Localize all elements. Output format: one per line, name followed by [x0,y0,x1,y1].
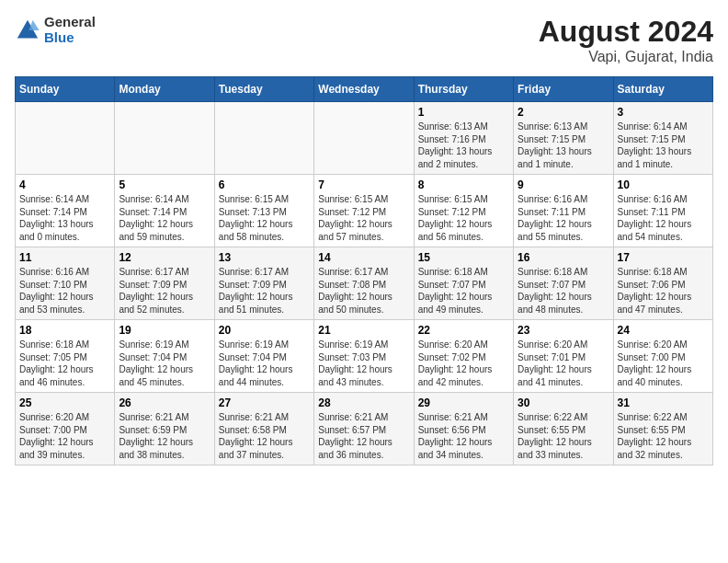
title-block: August 2024 Vapi, Gujarat, India [539,15,713,65]
header-monday: Monday [115,77,214,102]
calendar-cell: 8Sunrise: 6:15 AM Sunset: 7:12 PM Daylig… [414,175,513,247]
day-number: 12 [119,251,210,264]
calendar-cell: 15Sunrise: 6:18 AM Sunset: 7:07 PM Dayli… [414,247,513,320]
calendar-cell: 7Sunrise: 6:15 AM Sunset: 7:12 PM Daylig… [314,175,414,247]
header-sunday: Sunday [16,77,115,102]
day-content: Sunrise: 6:14 AM Sunset: 7:14 PM Dayligh… [119,193,210,243]
calendar-cell: 23Sunrise: 6:20 AM Sunset: 7:01 PM Dayli… [514,320,613,393]
day-content: Sunrise: 6:20 AM Sunset: 7:00 PM Dayligh… [618,339,709,388]
day-number: 30 [518,396,609,409]
day-content: Sunrise: 6:20 AM Sunset: 7:00 PM Dayligh… [19,411,110,461]
calendar-cell: 26Sunrise: 6:21 AM Sunset: 6:59 PM Dayli… [115,393,214,465]
day-content: Sunrise: 6:21 AM Sunset: 6:59 PM Dayligh… [119,411,210,461]
day-number: 1 [418,106,509,119]
day-content: Sunrise: 6:14 AM Sunset: 7:14 PM Dayligh… [19,193,110,243]
day-number: 28 [318,396,409,409]
calendar-cell: 19Sunrise: 6:19 AM Sunset: 7:04 PM Dayli… [115,320,214,393]
day-content: Sunrise: 6:15 AM Sunset: 7:13 PM Dayligh… [219,193,310,243]
day-number: 8 [418,178,509,191]
day-content: Sunrise: 6:14 AM Sunset: 7:15 PM Dayligh… [618,121,709,170]
day-number: 21 [318,324,409,337]
day-number: 3 [618,106,709,119]
day-number: 11 [19,251,110,264]
logo-blue: Blue [44,30,96,46]
calendar-cell: 2Sunrise: 6:13 AM Sunset: 7:15 PM Daylig… [514,102,613,175]
calendar-cell: 13Sunrise: 6:17 AM Sunset: 7:09 PM Dayli… [214,247,313,320]
calendar-cell: 20Sunrise: 6:19 AM Sunset: 7:04 PM Dayli… [214,320,313,393]
calendar-cell: 6Sunrise: 6:15 AM Sunset: 7:13 PM Daylig… [214,175,313,247]
day-number: 23 [518,324,609,337]
day-number: 16 [518,251,609,264]
page-subtitle: Vapi, Gujarat, India [539,49,713,65]
calendar-week-2: 11Sunrise: 6:16 AM Sunset: 7:10 PM Dayli… [16,247,713,320]
day-number: 4 [19,178,110,191]
calendar-cell: 16Sunrise: 6:18 AM Sunset: 7:07 PM Dayli… [514,247,613,320]
day-content: Sunrise: 6:17 AM Sunset: 7:09 PM Dayligh… [119,266,210,316]
calendar-cell: 14Sunrise: 6:17 AM Sunset: 7:08 PM Dayli… [314,247,414,320]
calendar-cell: 1Sunrise: 6:13 AM Sunset: 7:16 PM Daylig… [414,102,513,175]
calendar-cell: 9Sunrise: 6:16 AM Sunset: 7:11 PM Daylig… [514,175,613,247]
logo-text: General Blue [44,15,96,45]
calendar-cell: 11Sunrise: 6:16 AM Sunset: 7:10 PM Dayli… [16,247,115,320]
day-content: Sunrise: 6:21 AM Sunset: 6:58 PM Dayligh… [219,411,310,461]
day-number: 10 [618,178,709,191]
calendar-cell: 18Sunrise: 6:18 AM Sunset: 7:05 PM Dayli… [16,320,115,393]
day-content: Sunrise: 6:18 AM Sunset: 7:06 PM Dayligh… [618,266,709,316]
day-content: Sunrise: 6:17 AM Sunset: 7:08 PM Dayligh… [318,266,409,316]
day-content: Sunrise: 6:18 AM Sunset: 7:07 PM Dayligh… [418,266,509,316]
day-content: Sunrise: 6:15 AM Sunset: 7:12 PM Dayligh… [418,193,509,243]
day-number: 14 [318,251,409,264]
day-number: 17 [618,251,709,264]
header-tuesday: Tuesday [214,77,313,102]
calendar-table: SundayMondayTuesdayWednesdayThursdayFrid… [15,76,713,465]
day-number: 24 [618,324,709,337]
day-content: Sunrise: 6:16 AM Sunset: 7:11 PM Dayligh… [518,193,609,243]
day-number: 26 [119,396,210,409]
calendar-cell: 28Sunrise: 6:21 AM Sunset: 6:57 PM Dayli… [314,393,414,465]
header-wednesday: Wednesday [314,77,414,102]
day-content: Sunrise: 6:21 AM Sunset: 6:57 PM Dayligh… [318,411,409,461]
day-content: Sunrise: 6:18 AM Sunset: 7:07 PM Dayligh… [518,266,609,316]
calendar-cell: 17Sunrise: 6:18 AM Sunset: 7:06 PM Dayli… [613,247,712,320]
day-number: 5 [119,178,210,191]
day-content: Sunrise: 6:16 AM Sunset: 7:10 PM Dayligh… [19,266,110,316]
logo: General Blue [15,15,96,45]
header-thursday: Thursday [414,77,513,102]
calendar-cell [214,102,313,175]
day-number: 18 [19,324,110,337]
calendar-week-0: 1Sunrise: 6:13 AM Sunset: 7:16 PM Daylig… [16,102,713,175]
calendar-cell: 29Sunrise: 6:21 AM Sunset: 6:56 PM Dayli… [414,393,513,465]
day-content: Sunrise: 6:19 AM Sunset: 7:04 PM Dayligh… [219,339,310,388]
day-content: Sunrise: 6:19 AM Sunset: 7:04 PM Dayligh… [119,339,210,388]
calendar-cell: 5Sunrise: 6:14 AM Sunset: 7:14 PM Daylig… [115,175,214,247]
calendar-cell: 27Sunrise: 6:21 AM Sunset: 6:58 PM Dayli… [214,393,313,465]
calendar-week-3: 18Sunrise: 6:18 AM Sunset: 7:05 PM Dayli… [16,320,713,393]
header-friday: Friday [514,77,613,102]
calendar-cell: 4Sunrise: 6:14 AM Sunset: 7:14 PM Daylig… [16,175,115,247]
calendar-cell [16,102,115,175]
day-number: 13 [219,251,310,264]
day-number: 31 [618,396,709,409]
calendar-cell: 3Sunrise: 6:14 AM Sunset: 7:15 PM Daylig… [613,102,712,175]
day-number: 22 [418,324,509,337]
day-content: Sunrise: 6:20 AM Sunset: 7:02 PM Dayligh… [418,339,509,388]
day-number: 2 [518,106,609,119]
day-number: 15 [418,251,509,264]
day-number: 20 [219,324,310,337]
day-content: Sunrise: 6:19 AM Sunset: 7:03 PM Dayligh… [318,339,409,388]
calendar-cell [314,102,414,175]
header-saturday: Saturday [613,77,712,102]
calendar-week-4: 25Sunrise: 6:20 AM Sunset: 7:00 PM Dayli… [16,393,713,465]
logo-icon [15,17,40,43]
page-title: August 2024 [539,15,713,49]
day-content: Sunrise: 6:15 AM Sunset: 7:12 PM Dayligh… [318,193,409,243]
calendar-cell: 22Sunrise: 6:20 AM Sunset: 7:02 PM Dayli… [414,320,513,393]
calendar-cell: 31Sunrise: 6:22 AM Sunset: 6:55 PM Dayli… [613,393,712,465]
day-number: 6 [219,178,310,191]
day-content: Sunrise: 6:18 AM Sunset: 7:05 PM Dayligh… [19,339,110,388]
day-content: Sunrise: 6:21 AM Sunset: 6:56 PM Dayligh… [418,411,509,461]
day-content: Sunrise: 6:20 AM Sunset: 7:01 PM Dayligh… [518,339,609,388]
calendar-cell: 21Sunrise: 6:19 AM Sunset: 7:03 PM Dayli… [314,320,414,393]
page-header: General Blue August 2024 Vapi, Gujarat, … [15,15,713,65]
day-content: Sunrise: 6:17 AM Sunset: 7:09 PM Dayligh… [219,266,310,316]
